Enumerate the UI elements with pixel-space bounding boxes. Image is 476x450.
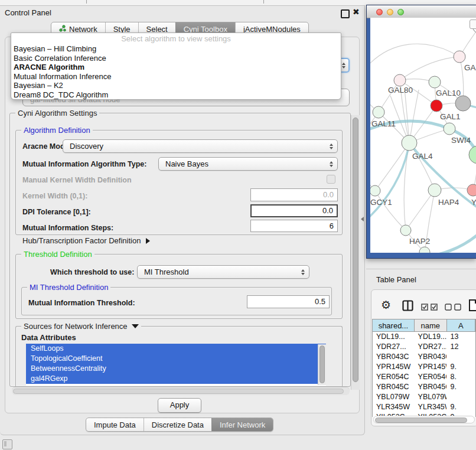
- node-table[interactable]: shared...nameAYDL19...YDL19...13YDR27...…: [372, 319, 476, 417]
- graph-node-gal11[interactable]: [373, 106, 384, 118]
- table-cell: YPR145W: [373, 362, 415, 372]
- kernel-width-field[interactable]: 0.0: [250, 188, 338, 201]
- table-row[interactable]: YBR045CYBR045C9.: [373, 382, 475, 392]
- graph-node-hap4[interactable]: [428, 184, 441, 197]
- settings-vertical-scrollbar[interactable]: [351, 115, 360, 390]
- table-cell: YBL079W: [373, 392, 415, 402]
- float-window-icon[interactable]: [341, 9, 350, 18]
- graph-node-gal[interactable]: [454, 51, 465, 63]
- attribute-item[interactable]: TopologicalCoefficient: [26, 354, 326, 364]
- column-header-shared...[interactable]: shared...: [373, 319, 415, 331]
- table-row[interactable]: YER054CYER054C8.: [373, 372, 475, 382]
- mi-steps-field[interactable]: 6: [250, 220, 338, 232]
- mi-threshold-definition-title: MI Threshold Definition: [27, 283, 110, 292]
- graph-node-gal4[interactable]: [402, 135, 417, 151]
- graph-node-gcy1[interactable]: [370, 185, 380, 196]
- dpi-tolerance-field[interactable]: 0.0: [250, 204, 338, 217]
- dpi-tolerance-label: DPI Tolerance [0,1]:: [22, 208, 91, 216]
- close-traffic-light-icon[interactable]: [376, 9, 383, 15]
- which-threshold-label: Which threshold to use:: [50, 268, 134, 276]
- attribute-item[interactable]: gal4RGexp: [26, 374, 326, 384]
- graph-node-gal10[interactable]: [429, 76, 441, 88]
- combo-arrows-icon: [330, 144, 333, 149]
- attributes-scrollbar-thumb[interactable]: [319, 345, 325, 383]
- graph-node-label: GAL11: [371, 119, 396, 128]
- table-horizontal-scrollbar[interactable]: [373, 416, 475, 423]
- zoom-traffic-light-icon[interactable]: [397, 9, 404, 15]
- hub-definition-expander[interactable]: Hub/Transcription Factor Definition: [22, 236, 150, 245]
- network-window-titlebar[interactable]: [367, 5, 476, 18]
- popup-item[interactable]: Mutual Information Inference: [11, 72, 341, 81]
- window-corner-widget: [470, 19, 476, 29]
- tab-infer-network[interactable]: Infer Network: [211, 418, 273, 431]
- graph-node-gal1[interactable]: [431, 100, 442, 112]
- columns-icon[interactable]: [402, 300, 413, 314]
- table-row[interactable]: YDR27...YDR27...12: [373, 342, 475, 352]
- graph-edge[interactable]: [405, 89, 409, 143]
- network-canvas[interactable]: GALGAL80GAL10GAL1GAL11SWI4GAL4GCY1HAP4YH…: [370, 18, 476, 253]
- table-row[interactable]: YDL19...YDL19...13: [373, 332, 475, 342]
- settings-horizontal-scrollbar[interactable]: [12, 387, 350, 395]
- graph-node-label: HAP4: [438, 198, 459, 207]
- gear-icon[interactable]: ⚙: [381, 298, 391, 311]
- aracne-mode-combobox[interactable]: Discovery: [63, 139, 338, 153]
- mi-threshold-field[interactable]: 0.5: [247, 295, 330, 308]
- sources-title-wrap[interactable]: Sources for Network Inference: [21, 322, 141, 331]
- graph-node-label: GAL: [464, 63, 476, 72]
- attribute-item[interactable]: BetweennessCentrality: [26, 364, 326, 374]
- unchecked-pair-icon[interactable]: [445, 302, 462, 313]
- table-cell: 9.: [446, 402, 475, 412]
- graph-node[interactable]: [419, 247, 430, 253]
- graph-edge[interactable]: [409, 90, 419, 143]
- popup-item[interactable]: Dream8 DC_TDC Algorithm: [11, 90, 341, 100]
- mi-algorithm-type-value: Naive Bayes: [165, 159, 208, 168]
- table-row[interactable]: YBR043CYBR043C: [373, 352, 475, 362]
- tab-label: Impute Data: [94, 420, 136, 429]
- apply-button[interactable]: Apply: [158, 398, 201, 413]
- table-cell: YDR27...: [415, 342, 447, 352]
- graph-node-swi4[interactable]: [444, 123, 455, 135]
- split-pane-collapse-icon[interactable]: [361, 217, 364, 221]
- tab-discretize-data[interactable]: Discretize Data: [144, 418, 211, 431]
- table-row[interactable]: YLR345WYLR345W9.: [373, 402, 475, 412]
- table-row[interactable]: YBL079WYBL079W: [373, 392, 475, 402]
- graph-edge[interactable]: [406, 190, 435, 230]
- top-tick: [263, 0, 264, 4]
- checked-pair-icon[interactable]: [421, 302, 439, 313]
- graph-node-label: GAL80: [388, 86, 413, 94]
- graph-node-gal80[interactable]: [394, 74, 406, 86]
- popup-item[interactable]: ARACNE Algorithm: [11, 63, 341, 72]
- table-row[interactable]: YPR145WYPR145W9.: [373, 362, 475, 372]
- combo-arrows-icon: [301, 269, 305, 275]
- manual-kernel-width-checkbox[interactable]: [327, 175, 335, 184]
- graph-node[interactable]: [469, 146, 476, 164]
- attribute-item[interactable]: SelfLoops: [26, 344, 326, 354]
- data-attributes-list[interactable]: SelfLoopsTopologicalCoefficientBetweenne…: [26, 344, 326, 386]
- graph-node-y[interactable]: [467, 184, 476, 196]
- settings-horizontal-scrollbar-thumb[interactable]: [13, 389, 344, 394]
- mini-panel-icon[interactable]: [2, 439, 12, 449]
- table-horizontal-scrollbar-thumb[interactable]: [375, 418, 467, 423]
- column-header-name[interactable]: name: [415, 319, 447, 331]
- popup-item[interactable]: Basic Correlation Inference: [11, 54, 341, 63]
- tab-impute-data[interactable]: Impute Data: [86, 418, 144, 431]
- document-icon[interactable]: [468, 299, 476, 314]
- popup-item[interactable]: Bayesian – K2: [11, 81, 341, 90]
- graph-edge[interactable]: [370, 44, 459, 77]
- graph-edge[interactable]: [400, 57, 459, 80]
- graph-node-hap2[interactable]: [400, 225, 411, 236]
- close-icon[interactable]: ✖: [353, 7, 360, 17]
- minimize-traffic-light-icon[interactable]: [387, 9, 393, 15]
- column-header-A[interactable]: A: [447, 319, 475, 331]
- graph-node[interactable]: [455, 96, 471, 111]
- popup-item[interactable]: Bayesian – Hill Climbing: [11, 44, 341, 54]
- combo-arrows-icon: [330, 161, 333, 167]
- bottom-tabbar: Impute DataDiscretize DataInfer Network: [86, 418, 273, 432]
- which-threshold-combobox[interactable]: MI Threshold: [137, 265, 309, 279]
- table-cell: 8.: [446, 372, 475, 382]
- attributes-scrollbar[interactable]: [318, 344, 326, 385]
- mi-algorithm-type-combobox[interactable]: Naive Bayes: [158, 157, 338, 171]
- graph-edge[interactable]: [370, 143, 409, 221]
- settings-vertical-scrollbar-thumb[interactable]: [353, 118, 358, 382]
- graph-edge[interactable]: [375, 191, 406, 230]
